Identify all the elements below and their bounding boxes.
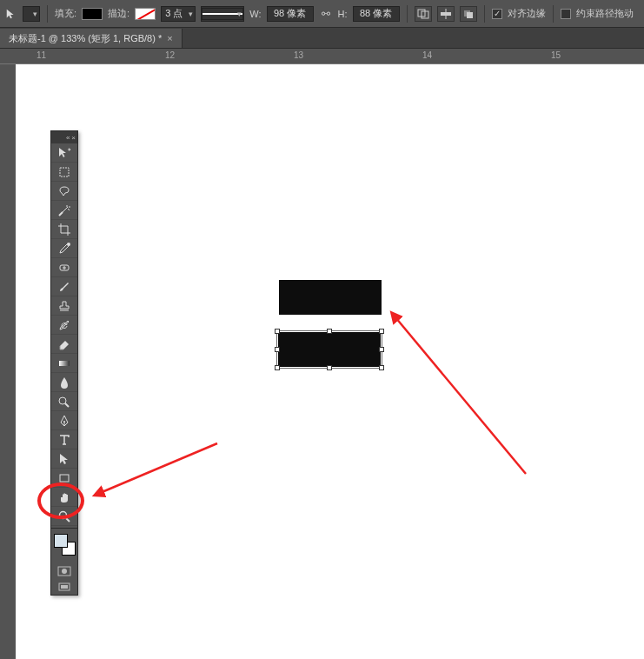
fill-label: 填充:	[55, 7, 76, 20]
brush-tool[interactable]	[51, 277, 77, 296]
lasso-tool[interactable]	[51, 182, 77, 201]
options-bar: 填充: 描边: 3 点 W: ⚯ H: ✓ 对齐边缘 约束路径拖动	[0, 0, 644, 28]
ruler-tick: 12	[165, 50, 175, 60]
tool-preset-dropdown[interactable]	[23, 6, 40, 22]
collapse-icon[interactable]: «	[66, 134, 70, 142]
document-tab[interactable]: 未标题-1 @ 133% (矩形 1, RGB/8) * ×	[0, 29, 183, 48]
selection-bounding-box[interactable]	[276, 330, 382, 369]
svg-point-13	[60, 511, 67, 518]
rectangle-tool[interactable]	[51, 469, 77, 488]
resize-handle-br[interactable]	[379, 365, 384, 370]
stroke-label: 描边:	[108, 7, 129, 20]
quick-mask-button[interactable]	[51, 563, 77, 579]
link-wh-icon[interactable]: ⚯	[319, 7, 333, 21]
svg-rect-6	[60, 168, 69, 176]
width-input[interactable]	[267, 6, 314, 22]
stamp-tool[interactable]	[51, 296, 77, 316]
eyedropper-tool[interactable]	[51, 239, 77, 258]
fill-swatch[interactable]	[82, 8, 103, 20]
resize-handle-tr[interactable]	[379, 329, 384, 334]
stroke-style-dropdown[interactable]	[201, 6, 244, 22]
path-align-button[interactable]	[437, 6, 455, 22]
pen-tool[interactable]	[51, 411, 77, 430]
document-tabs-bar: 未标题-1 @ 133% (矩形 1, RGB/8) * ×	[0, 28, 644, 49]
horizontal-ruler: 11 12 13 14 15	[0, 49, 644, 64]
svg-rect-12	[60, 475, 69, 482]
blur-tool[interactable]	[51, 373, 77, 392]
ruler-tick: 13	[294, 50, 303, 60]
align-edges-checkbox[interactable]: ✓	[492, 9, 502, 19]
svg-point-7	[67, 243, 70, 246]
ruler-tick: 14	[422, 50, 432, 60]
svg-point-11	[63, 421, 65, 423]
foreground-color-swatch[interactable]	[54, 534, 68, 548]
stroke-width-dropdown[interactable]: 3 点	[161, 6, 196, 22]
zoom-tool[interactable]	[51, 507, 77, 526]
stroke-style-preview	[202, 8, 243, 20]
resize-handle-tl[interactable]	[275, 329, 280, 334]
svg-rect-5	[467, 12, 473, 18]
hand-tool[interactable]	[51, 488, 77, 507]
marquee-tool[interactable]	[51, 163, 77, 182]
canvas-area	[0, 64, 644, 659]
move-tool[interactable]	[51, 143, 77, 163]
path-select-indicator-icon	[5, 8, 17, 20]
eraser-tool[interactable]	[51, 335, 77, 354]
svg-rect-17	[61, 585, 68, 589]
history-brush-tool[interactable]	[51, 316, 77, 335]
tools-panel-header[interactable]: « ×	[51, 131, 77, 143]
rectangle-shape-1[interactable]	[279, 280, 382, 315]
path-selection-tool[interactable]	[51, 449, 77, 469]
healing-brush-tool[interactable]	[51, 258, 77, 277]
path-op-combine-button[interactable]	[415, 6, 432, 22]
svg-rect-9	[59, 361, 70, 366]
ruler-tick: 11	[37, 50, 46, 60]
gradient-tool[interactable]	[51, 354, 77, 373]
tools-panel: « ×	[50, 130, 78, 596]
resize-handle-bm[interactable]	[327, 365, 332, 370]
resize-handle-lm[interactable]	[275, 347, 280, 352]
document-tab-title: 未标题-1 @ 133% (矩形 1, RGB/8) *	[9, 32, 162, 45]
resize-handle-bl[interactable]	[275, 365, 280, 370]
type-tool[interactable]	[51, 430, 77, 449]
dodge-tool[interactable]	[51, 392, 77, 411]
align-edges-label: 对齐边缘	[508, 7, 546, 20]
color-swatches	[51, 532, 77, 560]
constrain-label: 约束路径拖动	[576, 7, 634, 20]
height-input[interactable]	[353, 6, 400, 22]
width-label: W:	[249, 9, 261, 19]
constrain-checkbox[interactable]	[561, 9, 571, 19]
magic-wand-tool[interactable]	[51, 201, 77, 220]
crop-tool[interactable]	[51, 220, 77, 239]
svg-point-10	[59, 397, 66, 404]
close-icon[interactable]: ×	[167, 33, 172, 43]
screen-mode-button[interactable]	[51, 579, 77, 595]
resize-handle-tm[interactable]	[327, 329, 332, 334]
path-arrange-button[interactable]	[460, 6, 477, 22]
ruler-tick: 15	[551, 50, 561, 60]
svg-point-15	[62, 569, 67, 574]
document-canvas[interactable]	[16, 64, 644, 659]
resize-handle-rm[interactable]	[379, 347, 384, 352]
height-label: H:	[338, 9, 348, 19]
stroke-swatch[interactable]	[135, 8, 156, 20]
close-icon[interactable]: ×	[71, 134, 76, 142]
